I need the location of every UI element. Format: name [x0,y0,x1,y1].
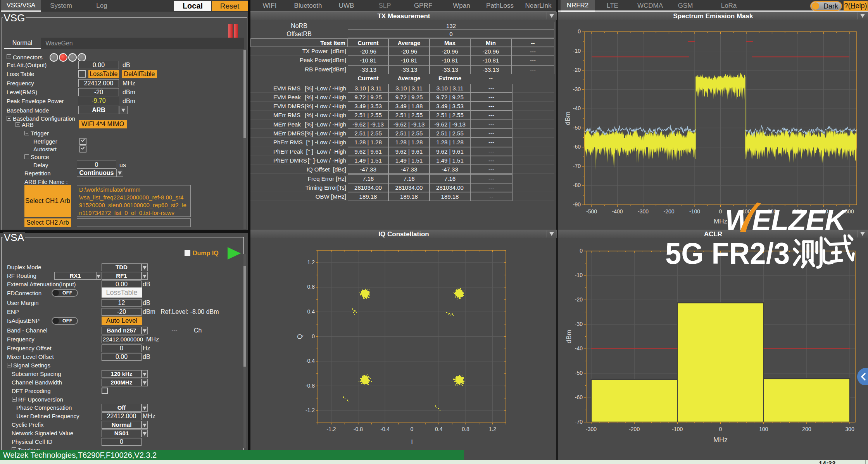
svg-text:-50: -50 [573,125,581,131]
svg-text:-1.2: -1.2 [305,407,315,413]
svg-text:I: I [411,438,413,446]
svg-text:-30: -30 [575,321,583,327]
svg-text:-10: -10 [575,272,583,278]
svg-text:-500: -500 [586,208,597,215]
svg-text:MHz: MHz [713,436,728,444]
svg-text:-0.4: -0.4 [380,426,390,432]
svg-text:-100: -100 [672,426,683,432]
svg-text:-90: -90 [573,201,581,208]
svg-text:0: 0 [578,28,581,35]
svg-text:-0.8: -0.8 [354,426,363,432]
svg-text:dBm: dBm [564,112,571,125]
svg-text:-20: -20 [575,296,583,303]
svg-text:1.2: 1.2 [307,259,315,265]
svg-text:0: 0 [411,426,414,432]
svg-text:-60: -60 [573,144,581,150]
svg-text:-20: -20 [573,67,581,73]
svg-text:-200: -200 [663,208,674,215]
svg-text:0: 0 [719,208,722,215]
svg-text:-0.8: -0.8 [305,383,315,389]
svg-text:0.8: 0.8 [462,426,469,432]
svg-text:0: 0 [719,426,722,432]
svg-text:0.4: 0.4 [435,426,443,432]
svg-text:-40: -40 [575,345,583,351]
svg-text:-30: -30 [573,86,581,92]
svg-text:-40: -40 [573,105,581,111]
svg-text:-400: -400 [612,208,623,215]
svg-text:-70: -70 [573,163,581,169]
svg-text:0.4: 0.4 [307,308,315,315]
svg-text:-300: -300 [638,208,649,215]
svg-text:1.2: 1.2 [489,426,497,432]
svg-text:-80: -80 [573,182,581,188]
svg-text:0: 0 [312,333,315,339]
svg-text:Q: Q [296,334,304,339]
svg-text:-70: -70 [575,419,583,425]
svg-text:300: 300 [845,426,854,432]
svg-text:0.8: 0.8 [307,284,315,290]
svg-text:dBm: dBm [565,330,573,343]
svg-text:0: 0 [580,248,583,254]
svg-text:-300: -300 [586,426,597,432]
svg-text:-10: -10 [573,48,581,54]
svg-text:-50: -50 [575,370,583,376]
svg-text:-1.2: -1.2 [327,426,336,432]
svg-text:-200: -200 [629,426,640,432]
svg-text:-60: -60 [575,394,583,400]
svg-text:200: 200 [802,426,811,432]
svg-text:-100: -100 [689,208,700,215]
svg-text:-0.4: -0.4 [305,358,315,364]
svg-text:100: 100 [759,426,768,432]
